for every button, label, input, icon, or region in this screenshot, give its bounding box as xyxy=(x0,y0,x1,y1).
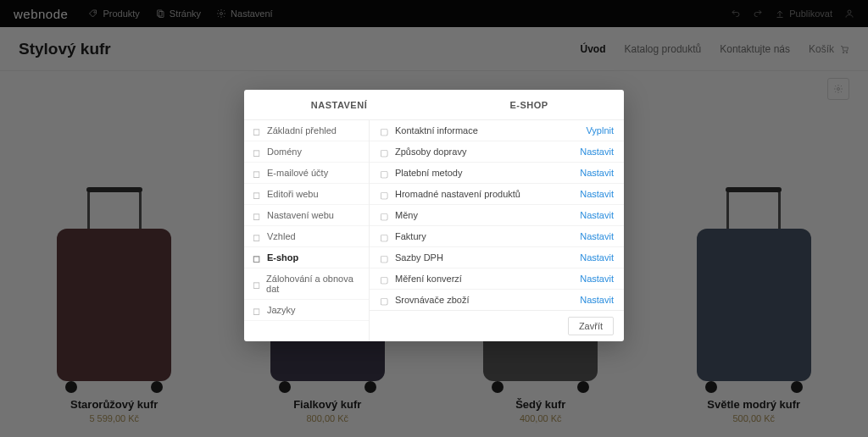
sidebar-item[interactable]: ◻E-shop xyxy=(244,247,369,268)
sidebar-item[interactable]: ◻Editoři webu xyxy=(244,184,369,205)
row-icon: ▢ xyxy=(380,253,389,263)
row-label: Měny xyxy=(395,210,418,220)
row-label: Faktury xyxy=(395,231,426,241)
sidebar-item[interactable]: ◻E-mailové účty xyxy=(244,163,369,184)
modal-tabs: NASTAVENÍ E-SHOP xyxy=(244,90,624,120)
settings-modal: NASTAVENÍ E-SHOP ◻Základní přehled◻Domén… xyxy=(244,90,624,341)
row-action-link[interactable]: Nastavit xyxy=(580,168,614,178)
sidebar-item-label: E-shop xyxy=(267,252,298,263)
row-label: Způsoby dopravy xyxy=(395,147,466,157)
sidebar-item-icon: ◻ xyxy=(253,169,262,178)
modal-panel: ▢Kontaktní informaceVyplnit▢Způsoby dopr… xyxy=(370,120,624,341)
sidebar-item[interactable]: ◻Vzhled xyxy=(244,226,369,247)
modal-body: ◻Základní přehled◻Domény◻E-mailové účty◻… xyxy=(244,120,624,341)
settings-row: ▢Měření konverzíNastavit xyxy=(370,268,624,290)
row-icon: ▢ xyxy=(380,232,389,241)
settings-row: ▢FakturyNastavit xyxy=(370,226,624,247)
row-label: Srovnávače zboží xyxy=(395,295,469,305)
settings-list[interactable]: ▢Kontaktní informaceVyplnit▢Způsoby dopr… xyxy=(370,120,624,310)
row-action-link[interactable]: Nastavit xyxy=(580,147,614,157)
settings-row: ▢MěnyNastavit xyxy=(370,205,624,226)
row-action-link[interactable]: Nastavit xyxy=(580,252,614,263)
sidebar-item-icon: ◻ xyxy=(253,253,262,263)
row-label: Měření konverzí xyxy=(395,274,462,284)
sidebar-item[interactable]: ◻Jazyky xyxy=(244,300,369,321)
sidebar-item-label: Základní přehled xyxy=(267,125,337,136)
sidebar-item[interactable]: ◻Základní přehled xyxy=(244,120,369,141)
sidebar-item-icon: ◻ xyxy=(253,232,262,241)
row-label: Hromadné nastavení produktů xyxy=(395,189,520,199)
sidebar-item-label: Editoři webu xyxy=(267,189,319,199)
row-icon: ▢ xyxy=(380,126,389,136)
tab-eshop[interactable]: E-SHOP xyxy=(434,90,624,119)
settings-row: ▢Způsoby dopravyNastavit xyxy=(370,141,624,163)
tab-settings[interactable]: NASTAVENÍ xyxy=(244,90,434,119)
row-label: Kontaktní informace xyxy=(395,125,478,136)
sidebar-item-icon: ◻ xyxy=(253,190,262,199)
sidebar-item-icon: ◻ xyxy=(253,279,261,289)
modal-footer: Zavřít xyxy=(370,310,624,341)
row-action-link[interactable]: Nastavit xyxy=(580,295,614,305)
sidebar-item[interactable]: ◻Zálohování a obnova dat xyxy=(244,268,369,300)
sidebar-item-label: Domény xyxy=(267,147,302,157)
row-icon: ▢ xyxy=(380,274,389,284)
sidebar-item-label: E-mailové účty xyxy=(267,168,328,178)
row-action-link[interactable]: Nastavit xyxy=(580,231,614,241)
settings-row: ▢Hromadné nastavení produktůNastavit xyxy=(370,184,624,205)
row-action-link[interactable]: Vyplnit xyxy=(586,125,614,136)
sidebar-item-icon: ◻ xyxy=(253,211,262,220)
row-icon: ▢ xyxy=(380,190,389,199)
sidebar-item-label: Jazyky xyxy=(267,305,296,315)
sidebar-item-label: Zálohování a obnova dat xyxy=(266,274,360,294)
settings-row: ▢Platební metodyNastavit xyxy=(370,163,624,184)
sidebar-item-icon: ◻ xyxy=(253,306,262,315)
close-button[interactable]: Zavřít xyxy=(568,317,614,335)
row-icon: ▢ xyxy=(380,169,389,178)
sidebar-item[interactable]: ◻Domény xyxy=(244,141,369,163)
sidebar-item-icon: ◻ xyxy=(253,126,262,136)
modal-sidebar: ◻Základní přehled◻Domény◻E-mailové účty◻… xyxy=(244,120,370,341)
row-icon: ▢ xyxy=(380,147,389,157)
settings-row: ▢Sazby DPHNastavit xyxy=(370,247,624,268)
settings-row: ▢Kontaktní informaceVyplnit xyxy=(370,120,624,141)
row-label: Platební metody xyxy=(395,168,463,178)
settings-row: ▢Srovnávače zbožíNastavit xyxy=(370,290,624,310)
sidebar-item-label: Vzhled xyxy=(267,231,296,241)
sidebar-item[interactable]: ◻Nastavení webu xyxy=(244,205,369,226)
row-icon: ▢ xyxy=(380,211,389,220)
row-icon: ▢ xyxy=(380,296,389,305)
row-action-link[interactable]: Nastavit xyxy=(580,189,614,199)
row-action-link[interactable]: Nastavit xyxy=(580,274,614,284)
sidebar-item-icon: ◻ xyxy=(253,147,262,157)
modal-overlay: NASTAVENÍ E-SHOP ◻Základní přehled◻Domén… xyxy=(0,0,868,437)
row-label: Sazby DPH xyxy=(395,252,443,263)
sidebar-item-label: Nastavení webu xyxy=(267,210,334,220)
row-action-link[interactable]: Nastavit xyxy=(580,210,614,220)
